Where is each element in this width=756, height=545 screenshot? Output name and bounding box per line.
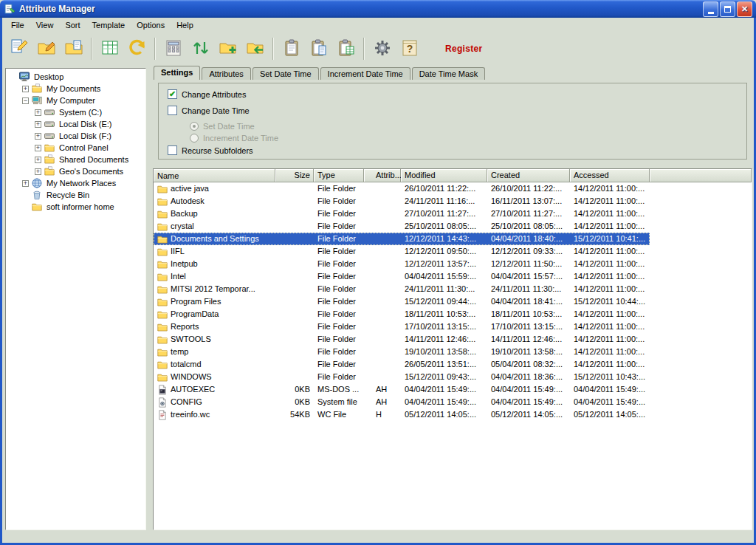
name-cell: Autodesk — [154, 195, 275, 208]
modified-cell: 24/11/2011 11:16:... — [401, 195, 487, 208]
row-filler — [650, 245, 752, 258]
expand-icon[interactable]: + — [22, 180, 29, 187]
created-cell: 12/12/2011 09:33:... — [487, 245, 570, 258]
tree-item-local-disk-f[interactable]: +Local Disk (F:) — [6, 130, 145, 142]
expand-icon[interactable]: + — [22, 86, 29, 92]
file-row-reports[interactable]: ReportsFile Folder17/10/2011 13:15:...17… — [154, 321, 752, 333]
type-cell: File Folder — [314, 321, 364, 333]
maximize-button[interactable] — [720, 1, 735, 17]
expand-icon[interactable]: + — [35, 121, 41, 128]
file-row-program-files[interactable]: Program FilesFile Folder15/12/2011 09:44… — [154, 295, 752, 308]
recurse-subfolders-checkbox[interactable]: Recurse Subfolders — [168, 145, 746, 155]
attrib-cell — [364, 195, 401, 208]
row-filler — [650, 182, 752, 195]
toolbar-button-calculator[interactable] — [159, 35, 187, 63]
toolbar-button-apply-arrow[interactable] — [123, 35, 151, 63]
file-row-totalcmd[interactable]: totalcmdFile Folder26/05/2011 13:51:...0… — [154, 358, 752, 371]
file-name: Backup — [171, 208, 198, 220]
toolbar-button-paste-attributes[interactable] — [332, 35, 360, 63]
toolbar-button-import-folder[interactable] — [241, 35, 269, 63]
tree-item-system-c[interactable]: +System (C:) — [6, 106, 145, 118]
created-cell: 04/04/2011 18:40:... — [487, 233, 570, 245]
name-cell: temp — [154, 346, 275, 358]
file-row-autoexec[interactable]: AUTOEXEC0KBMS-DOS ...AH04/04/2011 15:49:… — [154, 383, 752, 396]
file-row-treeinfo-wc[interactable]: treeinfo.wc54KBWC FileH05/12/2011 14:05:… — [154, 408, 752, 421]
expand-icon[interactable]: + — [35, 157, 41, 163]
tree-item-local-disk-e[interactable]: +Local Disk (E:) — [6, 118, 145, 130]
tab-attributes[interactable]: Attributes — [202, 67, 250, 80]
column-header-attrib[interactable]: Attrib... — [364, 169, 401, 182]
tree-item-soft-informer-home[interactable]: +soft informer home — [6, 201, 145, 213]
accessed-cell: 15/12/2011 10:41:... — [570, 233, 650, 245]
toolbar-button-edit-folder[interactable] — [32, 35, 60, 63]
file-row-documents-and-settings[interactable]: Documents and SettingsFile Folder12/12/2… — [154, 233, 752, 245]
tab-settings[interactable]: Settings — [154, 66, 200, 80]
expand-icon[interactable]: + — [35, 145, 41, 151]
column-header-name[interactable]: Name — [154, 169, 275, 182]
toolbar-button-folder-document[interactable] — [60, 35, 87, 63]
file-row-iifl[interactable]: IIFLFile Folder12/12/2011 09:50:...12/12… — [154, 245, 752, 258]
tab-date-time-mask[interactable]: Date Time Mask — [412, 67, 485, 80]
file-row-intel[interactable]: IntelFile Folder04/04/2011 15:59:...04/0… — [154, 270, 752, 283]
desktop-icon — [19, 72, 30, 82]
file-row-active-java[interactable]: active javaFile Folder26/10/2011 11:22:.… — [154, 182, 752, 195]
toolbar-button-paste-document[interactable] — [305, 35, 332, 63]
file-row-autodesk[interactable]: AutodeskFile Folder24/11/2011 11:16:...1… — [154, 195, 752, 208]
window-body: FileViewSortTemplateOptionsHelp ? Regist… — [0, 18, 756, 545]
toolbar-button-sort-arrows[interactable] — [187, 35, 214, 63]
change-date-time-checkbox[interactable]: Change Date Time — [168, 106, 746, 115]
tab-set-date-time[interactable]: Set Date Time — [252, 67, 319, 80]
minimize-button[interactable] — [703, 1, 718, 17]
file-row-crystal[interactable]: crystalFile Folder25/10/2011 08:05:...25… — [154, 220, 752, 233]
menu-item-help[interactable]: Help — [171, 19, 199, 31]
expand-icon[interactable]: + — [35, 168, 41, 175]
toolbar-button-edit-document[interactable] — [5, 35, 32, 63]
expand-icon[interactable]: + — [35, 109, 41, 116]
column-header-created[interactable]: Created — [487, 169, 570, 182]
file-row-swtools[interactable]: SWTOOLSFile Folder14/11/2011 12:46:...14… — [154, 333, 752, 346]
column-header-accessed[interactable]: Accessed — [570, 169, 650, 182]
menu-item-file[interactable]: File — [5, 19, 30, 31]
tree-item-my-network-places[interactable]: +My Network Places — [6, 177, 145, 189]
name-cell: CONFIG — [154, 396, 275, 408]
row-filler — [650, 220, 752, 233]
menu-item-template[interactable]: Template — [86, 19, 131, 31]
menu-item-view[interactable]: View — [30, 19, 60, 31]
file-row-temp[interactable]: tempFile Folder19/10/2011 13:58:...19/10… — [154, 346, 752, 358]
register-link[interactable]: Register — [445, 44, 482, 54]
file-row-backup[interactable]: BackupFile Folder27/10/2011 11:27:...27/… — [154, 208, 752, 220]
tree-item-shared-documents[interactable]: +Shared Documents — [6, 154, 145, 165]
change-attributes-checkbox[interactable]: Change Attributes — [168, 89, 746, 99]
menu-item-sort[interactable]: Sort — [59, 19, 86, 31]
tree-item-control-panel[interactable]: +Control Panel — [6, 142, 145, 154]
toolbar-button-help[interactable]: ? — [396, 35, 423, 63]
column-header-size[interactable]: Size — [275, 169, 314, 182]
checkbox-checked-icon — [168, 89, 177, 99]
toolbar-button-attributes-grid[interactable] — [96, 35, 123, 63]
collapse-icon[interactable]: − — [22, 97, 29, 104]
column-header-type[interactable]: Type — [314, 169, 364, 182]
tree-item-my-documents[interactable]: +My Documents — [6, 83, 145, 95]
tree-item-recycle-bin[interactable]: +Recycle Bin — [6, 189, 145, 201]
column-header-modified[interactable]: Modified — [401, 169, 487, 182]
name-cell: Inetpub — [154, 258, 275, 270]
created-cell: 26/10/2011 11:22:... — [487, 182, 570, 195]
file-row-config[interactable]: CONFIG0KBSystem fileAH04/04/2011 15:49:.… — [154, 396, 752, 408]
file-list-header: NameSizeTypeAttrib...ModifiedCreatedAcce… — [154, 169, 752, 182]
toolbar-button-settings[interactable] — [368, 35, 396, 63]
file-row-inetpub[interactable]: InetpubFile Folder12/12/2011 13:57:...12… — [154, 258, 752, 270]
tree-item-desktop[interactable]: +Desktop — [6, 71, 145, 83]
file-row-programdata[interactable]: ProgramDataFile Folder18/11/2011 10:53:.… — [154, 308, 752, 321]
file-row-windows[interactable]: WINDOWSFile Folder15/12/2011 09:43:...04… — [154, 371, 752, 383]
toolbar-button-paste[interactable] — [278, 35, 305, 63]
tree-item-geo-s-documents[interactable]: +Geo's Documents — [6, 165, 145, 177]
name-cell: IIFL — [154, 245, 275, 258]
tab-increment-date-time[interactable]: Increment Date Time — [320, 67, 410, 80]
menu-item-options[interactable]: Options — [131, 19, 171, 31]
toolbar-button-add-folder[interactable] — [214, 35, 241, 63]
tree-item-my-computer[interactable]: −My Computer — [6, 95, 145, 106]
accessed-cell: 14/12/2011 11:00:... — [570, 270, 650, 283]
file-row-mitsi-2012-temporar[interactable]: MITSI 2012 Temporar...File Folder24/11/2… — [154, 283, 752, 295]
expand-icon[interactable]: + — [35, 133, 41, 140]
close-button[interactable]: ✕ — [737, 1, 752, 17]
